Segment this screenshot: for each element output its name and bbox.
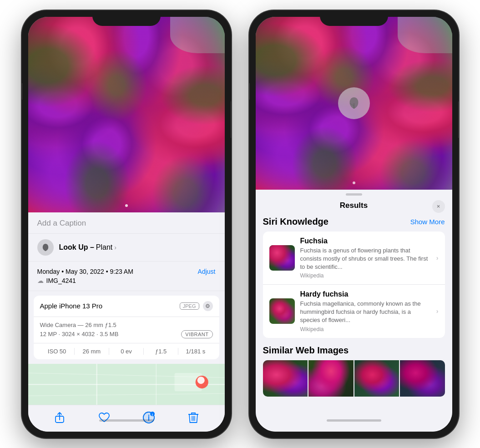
lookup-label: Look Up – Plant › [59,243,116,252]
info-panel: Add a Caption Look Up – Plant › [28,212,225,432]
similar-image-3[interactable] [354,360,399,397]
exif-ev: 0 ev [109,348,144,355]
exif-aperture: ƒ1.5 [144,348,178,355]
similar-images[interactable] [263,360,445,397]
fuchsia-content: Fuchsia Fuchsia is a genus of flowering … [300,237,431,279]
hardy-source: Wikipedia [300,326,431,332]
lookup-row[interactable]: Look Up – Plant › [28,234,225,262]
svg-point-3 [197,377,204,384]
right-photo-area[interactable] [256,17,452,190]
show-more-button[interactable]: Show More [410,218,445,226]
fuchsia-title: Fuchsia [300,237,431,245]
hardy-chevron: › [436,307,439,315]
results-title: Results [340,201,368,210]
device-badges: JPEG ⚙ [180,301,213,311]
svg-point-9 [148,415,149,416]
cloud-icon: ☁ [37,277,44,284]
similar-image-1[interactable] [263,360,308,397]
leaf-icon [41,243,50,252]
heart-button[interactable] [97,411,111,424]
info-icon: i [142,411,155,424]
meta-date: Monday • May 30, 2022 • 9:23 AM [37,268,133,275]
similar-title: Similar Web Images [263,345,445,356]
exif-shutter: 1/181 s [178,348,212,355]
resolution-text: 12 MP · 3024 × 4032 · 3.5 MB [40,331,119,337]
hardy-title: Hardy fuchsia [300,290,431,298]
lookup-icon [37,239,54,256]
camera-row: Wide Camera — 26 mm ƒ1.5 12 MP · 3024 × … [34,317,219,343]
vibrant-badge: VIBRANT [181,330,212,338]
right-screen: Results × Siri Knowledge Show More [256,17,452,432]
right-dot-indicator [353,181,355,184]
results-panel: Results × Siri Knowledge Show More [256,190,452,432]
exif-row: ISO 50 26 mm 0 ev ƒ1.5 1/181 s [34,343,219,359]
right-phone: Results × Siri Knowledge Show More [249,10,459,438]
right-home-indicator [327,419,381,422]
caption-area[interactable]: Add a Caption [28,212,225,234]
device-name: Apple iPhone 13 Pro [40,302,103,310]
trash-button[interactable] [187,411,200,424]
notch [92,10,161,26]
fuchsia-thumbnail [269,245,295,271]
format-badge: JPEG [180,302,199,310]
trash-icon [188,412,198,423]
svg-text:i: i [152,413,153,416]
similar-section: Similar Web Images [263,345,445,397]
device-section: Apple iPhone 13 Pro JPEG ⚙ Wide Camera —… [34,296,219,359]
left-screen: Add a Caption Look Up – Plant › [28,17,225,432]
page-dot-indicator [125,204,128,207]
hardy-content: Hardy fuchsia Fuchsia magellanica, commo… [300,290,431,332]
map-area[interactable] [28,364,225,405]
leaf-search-icon [346,96,362,111]
visual-search-inner [345,94,363,112]
similar-image-2[interactable] [308,360,354,397]
siri-knowledge-title: Siri Knowledge [263,216,328,227]
caption-placeholder: Add a Caption [37,219,86,227]
photo-area[interactable] [28,17,225,212]
knowledge-item-fuchsia[interactable]: Fuchsia Fuchsia is a genus of flowering … [263,232,445,285]
hardy-desc: Fuchsia magellanica, commonly known as t… [300,300,431,325]
fuchsia-source: Wikipedia [300,272,431,279]
home-indicator [99,419,154,422]
fuchsia-chevron: › [436,254,439,262]
results-scroll[interactable]: Siri Knowledge Show More Fuchsia Fuchsia… [256,215,452,432]
meta-filename: IMG_4241 [46,277,76,284]
exif-iso: ISO 50 [40,348,75,355]
camera-specs: Wide Camera — 26 mm ƒ1.5 [40,322,213,328]
info-button[interactable]: i [142,411,156,424]
drag-handle[interactable] [346,193,362,196]
share-icon [54,412,65,423]
map-roads-svg [28,364,225,405]
fuchsia-desc: Fuchsia is a genus of flowering plants t… [300,247,431,272]
toolbar: i [28,405,225,432]
settings-icon: ⚙ [203,301,213,311]
adjust-button[interactable]: Adjust [198,268,216,275]
knowledge-card: Fuchsia Fuchsia is a genus of flowering … [263,232,445,338]
results-header: Results × [256,198,452,215]
knowledge-item-hardy[interactable]: Hardy fuchsia Fuchsia magellanica, commo… [263,285,445,338]
share-button[interactable] [53,411,66,424]
siri-knowledge-header: Siri Knowledge Show More [263,216,445,227]
close-button[interactable]: × [432,200,445,213]
visual-search-button[interactable] [338,87,370,119]
hardy-thumbnail [269,298,295,324]
meta-section: Monday • May 30, 2022 • 9:23 AM Adjust ☁… [28,262,225,291]
exif-mm: 26 mm [75,348,109,355]
device-row: Apple iPhone 13 Pro JPEG ⚙ [34,296,219,317]
similar-image-4[interactable] [400,360,445,397]
left-phone: Add a Caption Look Up – Plant › [22,10,231,438]
right-notch [320,10,388,26]
